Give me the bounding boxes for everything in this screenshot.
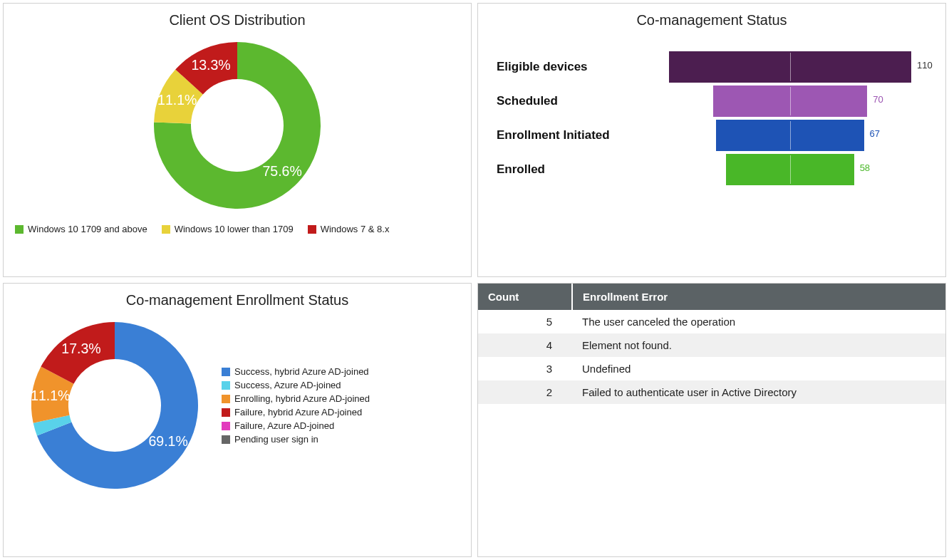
donut-slice-label: 11.1% xyxy=(157,92,197,108)
legend-swatch xyxy=(222,368,230,376)
funnel-bar-value: 70 xyxy=(873,94,883,105)
card-title: Co-management Enrollment Status xyxy=(15,292,460,308)
donut-chart-os[interactable]: 75.6%11.1%13.3% xyxy=(145,33,330,218)
funnel-chart[interactable]: Eligible devicesScheduledEnrollment Init… xyxy=(489,50,934,192)
legend-swatch xyxy=(222,395,230,403)
legend-swatch xyxy=(222,422,230,430)
legend-item[interactable]: Enrolling, hybrid Azure AD-joined xyxy=(222,393,370,404)
legend-swatch xyxy=(222,381,230,390)
legend-label: Success, hybrid Azure AD-joined xyxy=(234,366,369,377)
legend-swatch xyxy=(308,225,316,234)
donut-os-wrap: 75.6%11.1%13.3% xyxy=(15,33,460,218)
dashboard-grid: Client OS Distribution 75.6%11.1%13.3% W… xyxy=(0,0,949,560)
legend-label: Windows 10 lower than 1709 xyxy=(175,224,294,234)
table-cell-count: 4 xyxy=(478,333,572,357)
donut-slice-label: 11.1% xyxy=(31,388,70,403)
card-enrollment-errors: Count Enrollment Error 5The user cancele… xyxy=(477,283,946,557)
legend-label: Failure, hybrid Azure AD-joined xyxy=(234,407,362,418)
legend-label: Enrolling, hybrid Azure AD-joined xyxy=(234,393,370,404)
funnel-bar[interactable] xyxy=(716,120,864,151)
table-row[interactable]: 3Undefined xyxy=(478,357,945,380)
funnel-bars: 110706758 xyxy=(653,50,927,192)
donut-slice-label: 13.3% xyxy=(191,57,230,73)
card-enrollment-status: Co-management Enrollment Status 69.1%11.… xyxy=(3,283,472,557)
legend-label: Failure, Azure AD-joined xyxy=(234,420,334,431)
legend-item[interactable]: Windows 10 lower than 1709 xyxy=(162,224,294,234)
donut-slice-label: 69.1% xyxy=(148,433,187,449)
donut-slice-label: 17.3% xyxy=(61,341,100,356)
donut-chart-enrollment[interactable]: 69.1%11.1%17.3% xyxy=(22,313,207,498)
card-title: Client OS Distribution xyxy=(15,12,460,28)
legend-item[interactable]: Pending user sign in xyxy=(222,434,370,445)
funnel-stage-label: Eligible devices xyxy=(497,50,639,84)
funnel-stage-label: Enrolled xyxy=(497,152,639,187)
table-header-count[interactable]: Count xyxy=(478,284,572,310)
legend-swatch xyxy=(222,435,230,444)
error-table: Count Enrollment Error 5The user cancele… xyxy=(478,284,945,404)
legend-item[interactable]: Failure, Azure AD-joined xyxy=(222,420,370,431)
legend-swatch xyxy=(222,408,230,417)
legend-label: Pending user sign in xyxy=(234,434,318,445)
funnel-stage-label: Scheduled xyxy=(497,84,639,118)
legend-swatch xyxy=(162,225,170,234)
funnel-stage-label: Enrollment Initiated xyxy=(497,118,639,152)
legend-item[interactable]: Success, hybrid Azure AD-joined xyxy=(222,366,370,377)
legend-swatch xyxy=(15,225,24,234)
legend-os: Windows 10 1709 and aboveWindows 10 lowe… xyxy=(15,224,460,234)
table-cell-error: Undefined xyxy=(572,357,945,380)
funnel-bar-value: 110 xyxy=(917,60,933,71)
table-cell-count: 2 xyxy=(478,380,572,404)
card-comanagement-status: Co-management Status Eligible devicesSch… xyxy=(477,3,946,277)
funnel-labels: Eligible devicesScheduledEnrollment Init… xyxy=(497,50,639,187)
legend-item[interactable]: Windows 10 1709 and above xyxy=(15,224,147,234)
card-title: Co-management Status xyxy=(489,12,934,28)
table-cell-error: Failed to authenticate user in Active Di… xyxy=(572,380,945,404)
table-cell-count: 5 xyxy=(478,310,572,333)
funnel-bar[interactable] xyxy=(669,51,911,83)
funnel-bar-value: 58 xyxy=(860,162,870,173)
funnel-bar[interactable] xyxy=(726,154,854,185)
donut-slice-label: 75.6% xyxy=(262,163,301,179)
funnel-bar[interactable] xyxy=(713,85,867,117)
table-row[interactable]: 4Element not found. xyxy=(478,333,945,357)
table-cell-error: The user canceled the operation xyxy=(572,310,945,333)
table-header-error[interactable]: Enrollment Error xyxy=(572,284,945,310)
legend-label: Success, Azure AD-joined xyxy=(234,380,341,390)
table-cell-count: 3 xyxy=(478,357,572,380)
legend-item[interactable]: Failure, hybrid Azure AD-joined xyxy=(222,407,370,418)
table-row[interactable]: 2Failed to authenticate user in Active D… xyxy=(478,380,945,404)
legend-label: Windows 10 1709 and above xyxy=(28,224,147,234)
donut-enroll-wrap: 69.1%11.1%17.3% Success, hybrid Azure AD… xyxy=(15,313,460,498)
table-row[interactable]: 5The user canceled the operation xyxy=(478,310,945,333)
legend-item[interactable]: Success, Azure AD-joined xyxy=(222,380,370,390)
table-cell-error: Element not found. xyxy=(572,333,945,357)
funnel-bar-value: 67 xyxy=(870,128,880,139)
legend-item[interactable]: Windows 7 & 8.x xyxy=(308,224,390,234)
legend-label: Windows 7 & 8.x xyxy=(321,224,390,234)
legend-enrollment: Success, hybrid Azure AD-joinedSuccess, … xyxy=(222,366,370,445)
card-os-distribution: Client OS Distribution 75.6%11.1%13.3% W… xyxy=(3,3,472,277)
